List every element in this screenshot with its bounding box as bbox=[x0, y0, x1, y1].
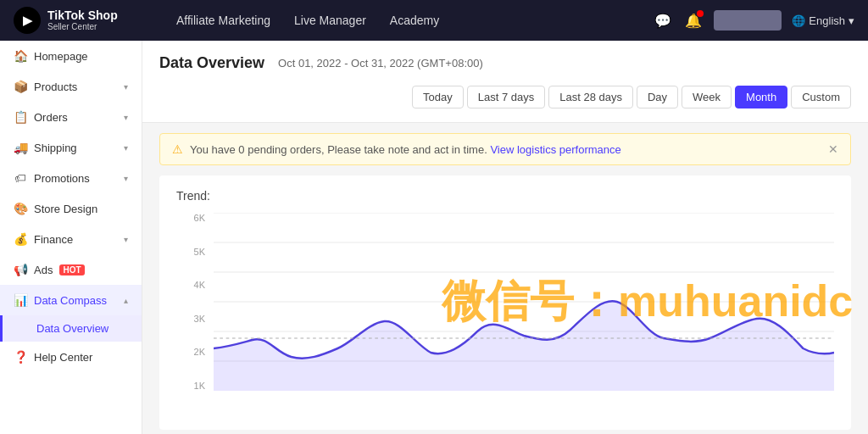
store-design-icon: 🎨 bbox=[14, 202, 27, 215]
main-content: Data Overview Oct 01, 2022 - Oct 31, 202… bbox=[142, 41, 868, 434]
chart-label: Trend: bbox=[176, 189, 834, 203]
data-compass-icon: 📊 bbox=[14, 293, 27, 307]
sidebar-item-store-design[interactable]: 🎨 Store Design bbox=[0, 193, 142, 224]
message-icon[interactable]: 💬 bbox=[653, 10, 673, 31]
sidebar-item-promotions[interactable]: 🏷 Promotions ▾ bbox=[0, 163, 142, 193]
main-layout: 🏠 Homepage 📦 Products ▾ 📋 Orders ▾ 🚚 Shi… bbox=[0, 41, 868, 434]
sidebar-item-orders[interactable]: 📋 Orders ▾ bbox=[0, 102, 142, 132]
notification-badge bbox=[697, 10, 704, 17]
filter-last7[interactable]: Last 7 days bbox=[467, 86, 546, 108]
date-range: Oct 01, 2022 - Oct 31, 2022 (GMT+08:00) bbox=[278, 57, 483, 70]
chevron-icon: ▾ bbox=[124, 143, 128, 153]
filter-today[interactable]: Today bbox=[412, 86, 464, 108]
help-icon: ❓ bbox=[14, 350, 27, 364]
filter-month[interactable]: Month bbox=[735, 86, 787, 108]
hot-badge: HOT bbox=[59, 264, 84, 275]
logo: ▶ TikTok Shop Seller Center bbox=[14, 7, 149, 34]
y-label-4k: 4K bbox=[176, 280, 210, 290]
filter-last28[interactable]: Last 28 days bbox=[548, 86, 633, 108]
brand-name: TikTok Shop bbox=[47, 8, 118, 23]
page-header: Data Overview Oct 01, 2022 - Oct 31, 202… bbox=[142, 41, 868, 123]
filter-custom[interactable]: Custom bbox=[791, 86, 851, 108]
bell-icon[interactable]: 🔔 bbox=[683, 10, 704, 31]
sidebar-item-products[interactable]: 📦 Products ▾ bbox=[0, 71, 142, 102]
chart-container: 1K 2K 3K 4K 5K 6K bbox=[176, 213, 834, 416]
avatar-button[interactable] bbox=[714, 10, 782, 31]
alert-icon: ⚠ bbox=[172, 142, 183, 156]
finance-icon: 💰 bbox=[14, 232, 27, 246]
tiktok-logo-icon: ▶ bbox=[14, 7, 41, 34]
sidebar-item-homepage[interactable]: 🏠 Homepage bbox=[0, 41, 142, 71]
sidebar-sub-data-overview[interactable]: Data Overview bbox=[0, 315, 142, 342]
chevron-icon: ▾ bbox=[124, 235, 128, 244]
brand-sub: Seller Center bbox=[47, 22, 118, 32]
chart-body: 微信号：muhuanidc bbox=[214, 213, 834, 391]
chevron-icon: ▾ bbox=[124, 82, 128, 92]
y-label-6k: 6K bbox=[176, 213, 210, 223]
language-selector[interactable]: 🌐 English ▾ bbox=[792, 14, 854, 27]
chevron-icon: ▾ bbox=[124, 174, 128, 183]
sidebar-item-ads[interactable]: 📢 Ads HOT bbox=[0, 254, 142, 285]
nav-affiliate[interactable]: Affiliate Marketing bbox=[176, 14, 270, 27]
alert-banner: ⚠ You have 0 pending orders, Please take… bbox=[159, 133, 851, 165]
chevron-icon: ▾ bbox=[124, 113, 128, 122]
sidebar: 🏠 Homepage 📦 Products ▾ 📋 Orders ▾ 🚚 Shi… bbox=[0, 41, 142, 434]
shipping-icon: 🚚 bbox=[14, 141, 27, 154]
chevron-icon: ▴ bbox=[124, 296, 128, 305]
ads-icon: 📢 bbox=[14, 263, 27, 276]
nav-live[interactable]: Live Manager bbox=[294, 14, 366, 27]
brand-text: TikTok Shop Seller Center bbox=[47, 8, 118, 33]
sidebar-item-data-compass[interactable]: 📊 Data Compass ▴ bbox=[0, 285, 142, 315]
alert-text: You have 0 pending orders, Please take n… bbox=[190, 143, 821, 156]
trend-chart bbox=[214, 213, 834, 391]
y-label-3k: 3K bbox=[176, 314, 210, 324]
y-axis: 1K 2K 3K 4K 5K 6K bbox=[176, 213, 210, 391]
home-icon: 🏠 bbox=[14, 49, 27, 63]
nav-academy[interactable]: Academy bbox=[390, 14, 439, 27]
alert-close-button[interactable]: ✕ bbox=[828, 142, 838, 156]
promotions-icon: 🏷 bbox=[14, 171, 27, 185]
products-icon: 📦 bbox=[14, 80, 27, 93]
nav-links: Affiliate Marketing Live Manager Academy bbox=[176, 14, 626, 27]
y-label-1k: 1K bbox=[176, 381, 210, 391]
filter-week[interactable]: Week bbox=[682, 86, 732, 108]
alert-link[interactable]: View logistics performance bbox=[490, 143, 620, 156]
chart-section: Trend: 1K 2K 3K 4K 5K 6K bbox=[159, 175, 851, 430]
page-title: Data Overview bbox=[159, 54, 264, 72]
time-filters: Today Last 7 days Last 28 days Day Week … bbox=[412, 86, 851, 108]
sidebar-item-shipping[interactable]: 🚚 Shipping ▾ bbox=[0, 132, 142, 163]
sidebar-item-help[interactable]: ❓ Help Center bbox=[0, 342, 142, 372]
sidebar-item-finance[interactable]: 💰 Finance ▾ bbox=[0, 224, 142, 254]
nav-right: 💬 🔔 🌐 English ▾ bbox=[653, 10, 854, 31]
filter-day[interactable]: Day bbox=[637, 86, 678, 108]
y-label-2k: 2K bbox=[176, 347, 210, 357]
orders-icon: 📋 bbox=[14, 110, 27, 124]
top-nav: ▶ TikTok Shop Seller Center Affiliate Ma… bbox=[0, 0, 868, 41]
y-label-5k: 5K bbox=[176, 247, 210, 257]
